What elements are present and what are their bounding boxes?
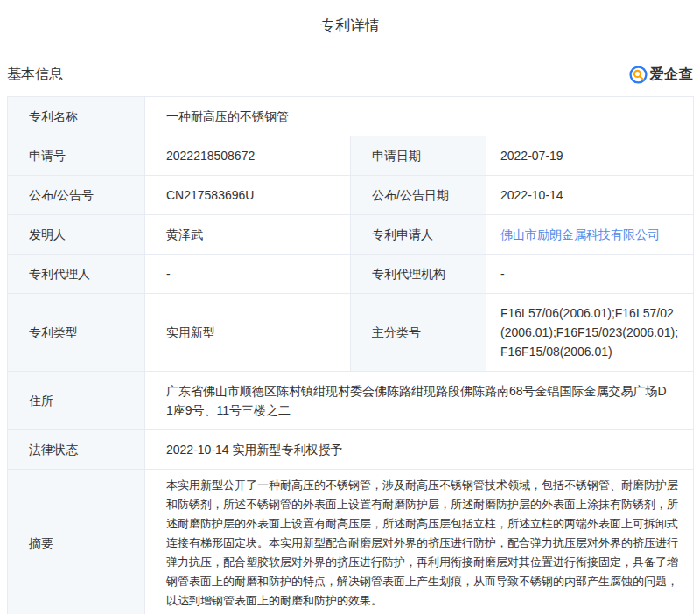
label-main-classification: 主分类号 <box>351 294 486 372</box>
label-publication-number: 公布/公告号 <box>8 176 145 215</box>
value-application-date: 2022-07-19 <box>486 136 694 176</box>
label-abstract: 摘要 <box>8 470 145 614</box>
value-main-classification: F16L57/06(2006.01);F16L57/02(2006.01);F1… <box>486 294 694 372</box>
value-address: 广东省佛山市顺德区陈村镇绀现村委会佛陈路绀现路段佛陈路南68号金锠国际金属交易广… <box>145 372 694 430</box>
patent-detail-page: 专利详情 基本信息 爱企查 专利名称 一种耐高压的不锈钢管 申请号 202221… <box>0 16 700 614</box>
row-publication: 公布/公告号 CN217583696U 公布/公告日期 2022-10-14 <box>8 176 694 215</box>
label-inventor: 发明人 <box>8 215 145 255</box>
value-inventor: 黄泽武 <box>145 215 351 255</box>
basic-info-table: 专利名称 一种耐高压的不锈钢管 申请号 2022218508672 申请日期 2… <box>7 96 694 614</box>
row-application: 申请号 2022218508672 申请日期 2022-07-19 <box>8 136 694 176</box>
row-patent-name: 专利名称 一种耐高压的不锈钢管 <box>8 97 694 136</box>
label-patent-type: 专利类型 <box>8 294 145 372</box>
label-patent-agent: 专利代理人 <box>8 255 145 294</box>
row-abstract: 摘要 本实用新型公开了一种耐高压的不锈钢管，涉及耐高压不锈钢管技术领域，包括不锈… <box>8 470 694 614</box>
label-publication-date: 公布/公告日期 <box>351 176 486 215</box>
label-patent-agency: 专利代理机构 <box>351 255 486 294</box>
value-patent-agency: - <box>486 255 694 294</box>
row-inventor: 发明人 黄泽武 专利申请人 佛山市励朗金属科技有限公司 <box>8 215 694 255</box>
section-title-basic-info: 基本信息 <box>7 66 63 84</box>
cell-applicant: 佛山市励朗金属科技有限公司 <box>486 215 694 255</box>
row-type-classification: 专利类型 实用新型 主分类号 F16L57/06(2006.01);F16L57… <box>8 294 694 372</box>
value-patent-agent: - <box>145 255 351 294</box>
section-header: 基本信息 爱企查 <box>7 64 693 85</box>
label-applicant: 专利申请人 <box>351 215 486 255</box>
label-address: 住所 <box>8 372 145 430</box>
label-application-date: 申请日期 <box>351 136 486 176</box>
row-legal-status: 法律状态 2022-10-14 实用新型专利权授予 <box>8 430 694 470</box>
value-legal-status: 2022-10-14 实用新型专利权授予 <box>145 430 694 470</box>
value-patent-name: 一种耐高压的不锈钢管 <box>145 97 694 136</box>
label-legal-status: 法律状态 <box>8 430 145 470</box>
applicant-company-link[interactable]: 佛山市励朗金属科技有限公司 <box>500 227 660 241</box>
label-patent-name: 专利名称 <box>8 97 145 136</box>
value-patent-type: 实用新型 <box>145 294 351 372</box>
row-address: 住所 广东省佛山市顺德区陈村镇绀现村委会佛陈路绀现路段佛陈路南68号金锠国际金属… <box>8 372 694 430</box>
aiqicha-logo[interactable]: 爱企查 <box>629 66 694 84</box>
value-application-number: 2022218508672 <box>145 136 351 176</box>
label-application-number: 申请号 <box>8 136 145 176</box>
aiqicha-logo-text: 爱企查 <box>650 66 694 84</box>
aiqicha-magnifier-icon <box>629 66 648 84</box>
value-publication-number: CN217583696U <box>145 176 351 215</box>
value-publication-date: 2022-10-14 <box>486 176 694 215</box>
row-agent: 专利代理人 - 专利代理机构 - <box>8 255 694 294</box>
value-abstract: 本实用新型公开了一种耐高压的不锈钢管，涉及耐高压不锈钢管技术领域，包括不锈钢管、… <box>145 470 694 614</box>
page-title: 专利详情 <box>0 16 700 36</box>
